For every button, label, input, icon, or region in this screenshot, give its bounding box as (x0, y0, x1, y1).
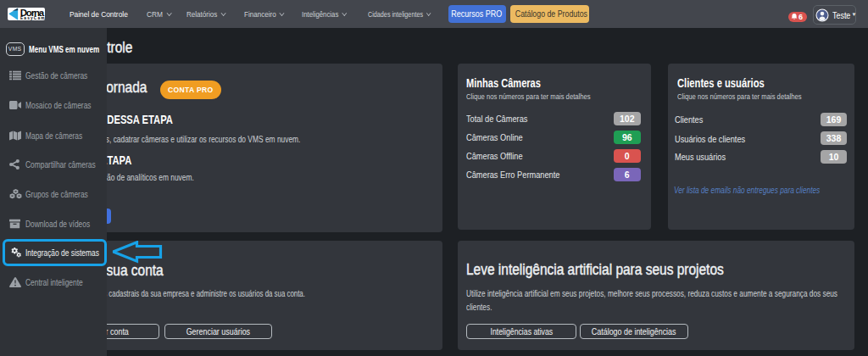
svg-text:EasyCam: EasyCam (20, 16, 45, 20)
